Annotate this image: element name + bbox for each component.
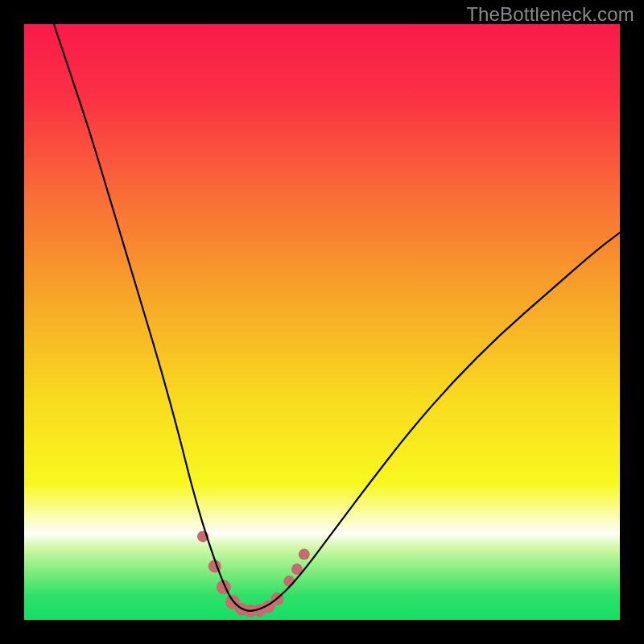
chart-frame: TheBottleneck.com: [0, 0, 644, 644]
watermark-text: TheBottleneck.com: [466, 3, 634, 26]
curve-layer: [24, 24, 620, 620]
marker-dot: [299, 549, 310, 560]
marker-dot: [283, 576, 295, 587]
bottleneck-curve: [54, 24, 620, 611]
plot-area: [24, 24, 620, 620]
highlight-markers: [197, 530, 310, 617]
